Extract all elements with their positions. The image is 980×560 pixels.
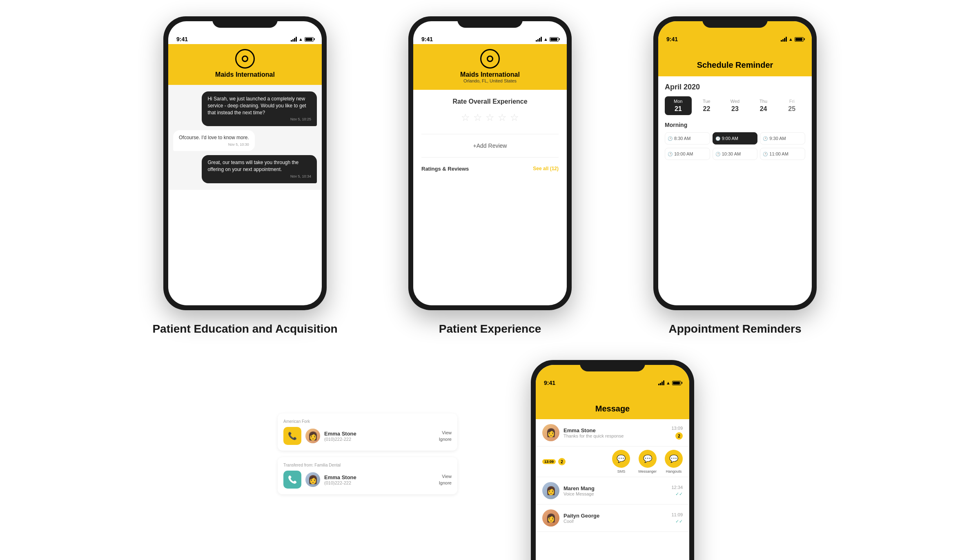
cal-day-tue[interactable]: Tue 22 [693, 96, 720, 115]
ignore-btn-2[interactable]: Ignore [439, 480, 452, 485]
battery-icon-chat [305, 37, 314, 42]
msg-list: 👩 Emma Stone Thanks for the quick respon… [536, 419, 689, 560]
patient-experience-section: 9:41 ▲ [384, 16, 596, 336]
status-time-chat: 9:41 [176, 36, 188, 42]
caller-name-1: Emma Stone [324, 431, 435, 437]
share-sms[interactable]: 💬 SMS [612, 450, 630, 473]
share-messenger-label: Messanger [638, 469, 657, 473]
brand-logo-chat [235, 49, 255, 69]
share-time-section: 13:09 2 [542, 450, 566, 473]
cal-day-name-thu: Thu [760, 99, 767, 104]
time-slot-1100[interactable]: 🕐 11:00 AM [760, 148, 805, 160]
phone-screen-rating: 9:41 ▲ [413, 21, 567, 305]
clock-icon-1030: 🕐 [715, 152, 720, 156]
cal-day-thu[interactable]: Thu 24 [750, 96, 777, 115]
msg-time-1: 13:09 [671, 426, 683, 431]
top-row: 9:41 ▲ [24, 16, 956, 336]
signal-icon-schedule [781, 37, 787, 42]
cal-day-name-fri: Fri [789, 99, 795, 104]
brand-logo-rating [480, 49, 500, 69]
share-count-badge: 2 [558, 458, 566, 465]
cal-day-name-mon: Mon [674, 99, 682, 104]
status-icons-rating: ▲ [536, 37, 559, 42]
share-messenger[interactable]: 💬 Messanger [638, 450, 657, 473]
msg-preview-1: Thanks for the quick response [564, 433, 667, 438]
patient-communication-section: 9:41 ▲ Messag [506, 360, 719, 560]
caller-info-2: Emma Stone (010)222-222 [324, 474, 435, 485]
msg-check-2: ✓✓ [675, 491, 683, 497]
phone-system-cards: American Fork 📞 👩 Emma Stone (010)222-22… [278, 413, 457, 494]
battery-icon-msg [672, 381, 681, 385]
caller-phone-1: (010)222-222 [324, 437, 435, 442]
wifi-icon-msg: ▲ [666, 380, 670, 385]
ignore-btn-1[interactable]: Ignore [439, 437, 452, 442]
share-hangouts[interactable]: 💬 Hangouts [665, 450, 683, 473]
cal-day-mon[interactable]: Mon 21 [665, 96, 692, 115]
time-slot-900[interactable]: 🕐 9:00 AM [713, 132, 758, 144]
call-btn-2[interactable]: 📞 [283, 471, 301, 489]
time-label-830: 8:30 AM [674, 136, 690, 141]
signal-icon-chat [291, 37, 297, 42]
msg-item-3[interactable]: 👩 Paityn George Cool! 11:09 ✓✓ [536, 504, 689, 532]
msg-item-2[interactable]: 👩 Maren Mang Voice Message 12:34 ✓✓ [536, 477, 689, 504]
time-slot-830[interactable]: 🕐 8:30 AM [665, 132, 710, 144]
see-all-link[interactable]: See all (12) [533, 166, 559, 172]
msg-name-1: Emma Stone [564, 427, 667, 433]
star-1: ☆ [461, 112, 470, 123]
cal-day-fri[interactable]: Fri 25 [778, 96, 805, 115]
signal-icon-msg [658, 380, 664, 385]
bottom-row: American Fork 📞 👩 Emma Stone (010)222-22… [24, 360, 956, 560]
cal-day-wed[interactable]: Wed 23 [722, 96, 748, 115]
schedule-title: Schedule Reminder [666, 60, 804, 70]
chat-time-1: Nov 5, 10:25 [207, 117, 311, 122]
morning-label: Morning [665, 122, 805, 128]
cal-day-num-wed: 23 [731, 105, 739, 113]
cal-day-name-wed: Wed [731, 99, 739, 104]
time-slot-1000[interactable]: 🕐 10:00 AM [665, 148, 710, 160]
cal-day-num-thu: 24 [760, 105, 767, 113]
caption-appointment-reminders: Appointment Reminders [668, 322, 801, 336]
cal-day-name-tue: Tue [703, 99, 710, 104]
time-slot-1030[interactable]: 🕐 10:30 AM [713, 148, 758, 160]
add-review-btn[interactable]: +Add Review [473, 142, 507, 149]
phone-icon-1: 📞 [288, 431, 297, 440]
schedule-body: April 2020 Mon 21 Tue 22 Wed 23 [658, 76, 812, 167]
face-msg-1: 👩 [542, 424, 559, 441]
call-btn-1[interactable]: 📞 [283, 427, 301, 445]
divider-1 [421, 134, 559, 134]
call-card-2-label: Transfered from: Familia Dental [283, 463, 452, 467]
time-label-1030: 10:30 AM [722, 151, 741, 156]
star-2: ☆ [473, 112, 482, 123]
msg-item-1[interactable]: 👩 Emma Stone Thanks for the quick respon… [536, 419, 689, 447]
caller-phone-2: (010)222-222 [324, 480, 435, 485]
battery-icon-schedule [795, 37, 804, 42]
phone-frame-chat: 9:41 ▲ [163, 16, 327, 310]
face-2: 👩 [305, 472, 320, 487]
status-icons-schedule: ▲ [781, 37, 804, 42]
time-slot-930[interactable]: 🕐 9:30 AM [760, 132, 805, 144]
view-btn-1[interactable]: View [442, 430, 452, 435]
status-time-msg: 9:41 [544, 380, 555, 386]
chat-header: Maids International [168, 44, 322, 85]
cal-day-num-tue: 22 [703, 105, 710, 113]
msg-content-2: Maren Mang Voice Message [564, 485, 667, 496]
appointment-reminders-section: 9:41 ▲ Schedule Reminder [629, 16, 841, 336]
call-card-2: Transfered from: Familia Dental 📞 👩 Emma… [278, 457, 457, 494]
clock-icon-930: 🕐 [763, 136, 768, 141]
face-msg-3: 👩 [542, 509, 559, 527]
msg-name-3: Paityn George [564, 513, 667, 519]
call-card-1-body: 📞 👩 Emma Stone (010)222-222 View Ignore [283, 427, 452, 445]
caller-avatar-1: 👩 [305, 429, 320, 443]
msg-avatar-3: 👩 [542, 509, 559, 527]
star-3: ☆ [486, 112, 494, 123]
msg-content-1: Emma Stone Thanks for the quick response [564, 427, 667, 438]
msg-meta-3: 11:09 ✓✓ [671, 512, 683, 524]
view-btn-2[interactable]: View [442, 474, 452, 479]
brand-name-rating: Maids International [460, 71, 520, 78]
time-row-2: 🕐 10:00 AM 🕐 10:30 AM 🕐 11:00 AM [665, 148, 805, 160]
msg-avatar-2: 👩 [542, 482, 559, 499]
call-card-1-label: American Fork [283, 419, 452, 424]
clock-icon-830: 🕐 [668, 136, 673, 141]
msg-avatar-1: 👩 [542, 424, 559, 441]
share-time-badge: 13:09 [542, 459, 556, 464]
